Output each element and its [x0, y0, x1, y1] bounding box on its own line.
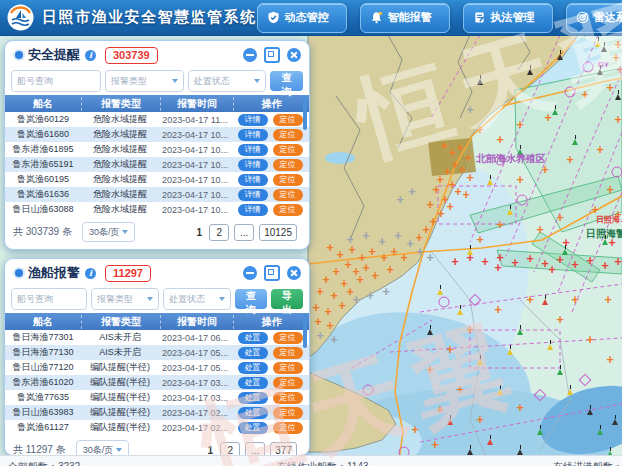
table-header: 船名 报警类型 报警时间 操作	[5, 95, 309, 112]
table-row: 鲁东港渔61895危险水域提醒2023-04-17 10...详情定位	[5, 142, 309, 157]
detail-button[interactable]: 详情	[238, 189, 268, 201]
query-button[interactable]: 查询	[270, 71, 303, 91]
alarm-table-body: 鲁日海渔77301AIS未开启2023-04-17 06...处置定位鲁日海渔7…	[5, 330, 309, 435]
locate-button[interactable]: 定位	[273, 159, 303, 171]
locate-button[interactable]: 定位	[273, 189, 303, 201]
locate-button[interactable]: 定位	[273, 392, 303, 404]
page-ellipsis[interactable]: ...	[245, 442, 265, 457]
ship-name: 鲁东港渔65191	[5, 158, 81, 171]
query-button[interactable]: 查询	[235, 289, 267, 309]
table-row: 鲁岚渔77635编队提醒(半径)2023-04-17 03...处置定位	[5, 390, 309, 405]
minimize-icon[interactable]	[243, 266, 257, 280]
col-ship: 船名	[5, 97, 82, 111]
row-actions: 处置定位	[231, 407, 309, 419]
alarm-type: 危险水域提醒	[81, 203, 159, 216]
detail-button[interactable]: 详情	[238, 159, 268, 171]
table-row: 鲁日山渔77120编队提醒(半径)2023-04-17 05...处置定位	[5, 360, 309, 375]
alarm-count-badge: 11297	[105, 265, 151, 282]
handle-button[interactable]: 处置	[238, 422, 268, 434]
scrollbar-thumb[interactable]	[303, 96, 307, 130]
nav-law-enforcement[interactable]: 执法管理	[463, 3, 553, 33]
page-2[interactable]: 2	[220, 442, 240, 457]
ship-name: 鲁岚渔60129	[5, 113, 81, 126]
detail-button[interactable]: 详情	[238, 114, 268, 126]
locate-button[interactable]: 定位	[273, 114, 303, 126]
locate-button[interactable]: 定位	[273, 332, 303, 344]
locate-button[interactable]: 定位	[273, 204, 303, 216]
page-2[interactable]: 2	[209, 224, 229, 241]
info-icon[interactable]: i	[85, 268, 96, 279]
pager: 1 2 ... 377	[205, 442, 301, 457]
nav-radar-system[interactable]: 雷达系统	[566, 3, 622, 33]
chevron-down-icon	[172, 79, 178, 83]
locate-button[interactable]: 定位	[273, 347, 303, 359]
alarm-type-select[interactable]: 报警类型	[91, 288, 159, 310]
table-header: 船名 报警类型 报警时间 操作	[5, 313, 309, 330]
ship-name: 鲁岚渔61127	[5, 421, 81, 434]
locate-button[interactable]: 定位	[273, 422, 303, 434]
handle-status-select[interactable]: 处置状态	[188, 70, 267, 92]
detail-button[interactable]: 详情	[238, 204, 268, 216]
info-icon[interactable]: i	[85, 50, 96, 61]
nav-smart-alarm[interactable]: 智能报警	[360, 3, 450, 33]
locate-button[interactable]: 定位	[273, 144, 303, 156]
status-total-vessels: 全部船数：3232	[8, 460, 80, 466]
minimize-icon[interactable]	[243, 48, 257, 62]
detail-button[interactable]: 详情	[238, 129, 268, 141]
handle-status-select[interactable]: 处置状态	[163, 288, 231, 310]
ship-name: 鲁岚渔60195	[5, 173, 81, 186]
nav-label: 动态管控	[285, 10, 329, 25]
ship-search-input[interactable]	[11, 70, 101, 92]
chevron-down-icon	[219, 297, 225, 301]
detail-button[interactable]: 详情	[238, 174, 268, 186]
handle-button[interactable]: 处置	[238, 407, 268, 419]
handle-button[interactable]: 处置	[238, 332, 268, 344]
alarm-type-select[interactable]: 报警类型	[105, 70, 184, 92]
locate-button[interactable]: 定位	[273, 129, 303, 141]
close-icon[interactable]	[287, 48, 301, 62]
locate-button[interactable]: 定位	[273, 407, 303, 419]
page-current[interactable]: 1	[205, 445, 215, 456]
table-row: 鲁岚渔61127编队提醒(半径)2023-04-17 02...处置定位	[5, 420, 309, 435]
page-current[interactable]: 1	[194, 227, 204, 238]
alarm-time: 2023-04-17 05...	[159, 363, 231, 373]
page-size-select[interactable]: 30条/页	[82, 222, 136, 242]
locate-button[interactable]: 定位	[273, 377, 303, 389]
table-row: 鲁日海渔77301AIS未开启2023-04-17 06...处置定位	[5, 330, 309, 345]
ship-search-input[interactable]	[11, 288, 87, 310]
nav-dynamic-control[interactable]: 动态管控	[257, 3, 347, 33]
filter-bar: 报警类型 处置状态 查询	[5, 67, 309, 95]
select-value: 处置状态	[194, 75, 252, 88]
table-row: 鲁岚渔60129危险水域提醒2023-04-17 11...详情定位	[5, 112, 309, 127]
close-icon[interactable]	[287, 266, 301, 280]
handle-button[interactable]: 处置	[238, 392, 268, 404]
alarm-type: 危险水域提醒	[81, 113, 159, 126]
page-size-select[interactable]: 30条/页	[76, 440, 130, 456]
page-ellipsis[interactable]: ...	[234, 224, 254, 241]
total-count: 共 303739 条	[13, 225, 72, 239]
page-last[interactable]: 10125	[259, 224, 297, 241]
export-button[interactable]: 导出	[271, 289, 303, 309]
restore-icon[interactable]	[264, 265, 280, 281]
alert-table-body: 鲁岚渔60129危险水域提醒2023-04-17 11...详情定位鲁岚渔616…	[5, 112, 309, 217]
select-value: 处置状态	[169, 293, 216, 306]
alarm-time: 2023-04-17 02...	[159, 408, 231, 418]
detail-button[interactable]: 详情	[238, 144, 268, 156]
ship-name: 鲁日海渔77130	[5, 346, 81, 359]
col-time: 报警时间	[161, 315, 234, 329]
alarm-type: 编队提醒(半径)	[81, 376, 159, 389]
handle-button[interactable]: 处置	[238, 347, 268, 359]
table-row: 鲁东港渔65191危险水域提醒2023-04-17 10...详情定位	[5, 157, 309, 172]
restore-icon[interactable]	[264, 47, 280, 63]
locate-button[interactable]: 定位	[273, 362, 303, 374]
alarm-type: 危险水域提醒	[81, 143, 159, 156]
handle-button[interactable]: 处置	[238, 362, 268, 374]
locate-button[interactable]: 定位	[273, 174, 303, 186]
ship-name: 鲁岚渔61680	[5, 128, 81, 141]
page-last[interactable]: 377	[270, 442, 297, 457]
scrollbar-thumb[interactable]	[303, 314, 307, 348]
handle-button[interactable]: 处置	[238, 377, 268, 389]
panel-title: 安全提醒	[28, 46, 80, 64]
alarm-time: 2023-04-17 10...	[159, 130, 231, 140]
panel-title-bar: 安全提醒 i 303739	[5, 41, 309, 67]
